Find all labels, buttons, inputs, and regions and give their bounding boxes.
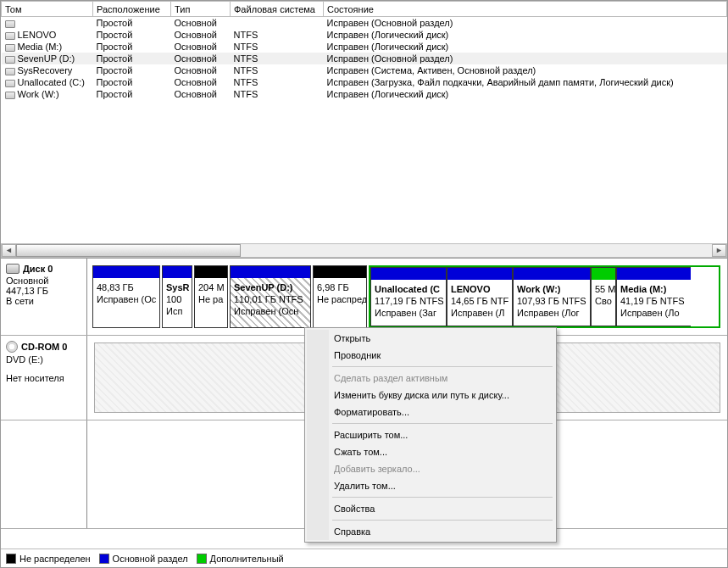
table-row[interactable]: Work (W:)ПростойОсновнойNTFSИсправен (Ло… [2, 88, 727, 100]
partition[interactable]: SevenUP (D:)110,01 ГБ NTFSИсправен (Осн [230, 265, 311, 328]
partition[interactable]: 204 МНе ра [194, 265, 228, 328]
table-row[interactable]: LENOVOПростойОсновнойNTFSИсправен (Логич… [2, 29, 727, 41]
partition[interactable]: 48,83 ГБИсправен (Ос [92, 265, 160, 328]
menu-open[interactable]: Открыть [307, 330, 554, 347]
cdrom-title: CD-ROM 0 [21, 342, 67, 352]
col-volume[interactable]: Том [2, 2, 93, 17]
horizontal-scrollbar[interactable]: ◄ ► [1, 243, 727, 258]
disk-kind: Основной [6, 276, 81, 286]
menu-shrink-volume[interactable]: Сжать том... [307, 443, 554, 460]
volume-icon [5, 92, 15, 99]
disk-title: Диск 0 [23, 264, 53, 274]
volume-table[interactable]: Том Расположение Тип Файловая система Со… [1, 1, 727, 100]
table-row[interactable]: SysRecoveryПростойОсновнойNTFSИсправен (… [2, 64, 727, 76]
disk-0-header[interactable]: Диск 0 Основной 447,13 ГБ В сети [1, 259, 87, 335]
context-menu: Открыть Проводник Сделать раздел активны… [304, 327, 557, 543]
partition[interactable]: Unallocated (C117,19 ГБ NTFSИсправен (За… [370, 267, 447, 326]
partition[interactable]: Media (M:)41,19 ГБ NTFSИсправен (Ло [616, 267, 691, 326]
legend-primary: Основной раздел [113, 554, 188, 564]
scroll-left-button[interactable]: ◄ [2, 244, 16, 257]
menu-extend-volume[interactable]: Расширить том... [307, 426, 554, 443]
legend-extended: Дополнительный [210, 554, 284, 564]
volume-icon [5, 20, 15, 28]
disk-0-row: Диск 0 Основной 447,13 ГБ В сети 48,83 Г… [1, 259, 727, 336]
disk-icon [6, 264, 19, 274]
partition[interactable]: 55 МСво [591, 267, 616, 326]
disk-status: В сети [6, 296, 81, 306]
menu-delete-volume[interactable]: Удалить том... [307, 477, 554, 494]
cdrom-icon [6, 341, 18, 353]
scrollbar-thumb[interactable] [16, 244, 241, 257]
menu-help[interactable]: Справка [307, 523, 554, 540]
legend-swatch-unallocated [6, 554, 16, 564]
table-row[interactable]: SevenUP (D:)ПростойОсновнойNTFSИсправен … [2, 53, 727, 64]
menu-properties[interactable]: Свойства [307, 500, 554, 517]
disk-size: 447,13 ГБ [6, 286, 81, 296]
volume-icon [5, 80, 15, 87]
menu-format[interactable]: Форматировать... [307, 404, 554, 420]
extended-partition-group: Unallocated (C117,19 ГБ NTFSИсправен (За… [369, 265, 720, 328]
table-row[interactable]: Unallocated (C:)ПростойОсновнойNTFSИспра… [2, 76, 727, 88]
cdrom-kind: DVD (E:) [6, 354, 81, 365]
table-row[interactable]: ПростойОсновнойИсправен (Основной раздел… [2, 17, 727, 30]
partition[interactable]: LENOVO14,65 ГБ NTFИсправен (Л [447, 267, 513, 326]
volume-icon [5, 68, 15, 75]
col-state[interactable]: Состояние [324, 2, 727, 17]
partition[interactable]: SysR100Исп [162, 265, 192, 328]
menu-change-letter[interactable]: Изменить букву диска или путь к диску... [307, 387, 554, 404]
volume-icon [5, 56, 15, 64]
menu-mark-active: Сделать раздел активным [307, 370, 554, 387]
col-layout[interactable]: Расположение [93, 2, 171, 17]
cdrom-status: Нет носителя [6, 373, 81, 383]
col-type[interactable]: Тип [171, 2, 231, 17]
table-row[interactable]: Media (M:)ПростойОсновнойNTFSИсправен (Л… [2, 41, 727, 53]
legend-swatch-extended [197, 554, 207, 564]
col-fs[interactable]: Файловая система [231, 2, 324, 17]
volume-icon [5, 44, 15, 52]
legend: Не распределен Основной раздел Дополните… [1, 549, 727, 567]
menu-add-mirror: Добавить зеркало... [307, 460, 554, 477]
menu-explorer[interactable]: Проводник [307, 347, 554, 364]
legend-swatch-primary [99, 554, 109, 564]
partition[interactable]: 6,98 ГБНе распред [313, 265, 367, 328]
partition[interactable]: Work (W:)107,93 ГБ NTFSИсправен (Лог [513, 267, 591, 326]
legend-unallocated: Не распределен [19, 554, 91, 564]
scroll-right-button[interactable]: ► [712, 244, 726, 257]
volume-icon [5, 32, 15, 40]
cdrom-header[interactable]: CD-ROM 0 DVD (E:) Нет носителя [1, 336, 87, 420]
